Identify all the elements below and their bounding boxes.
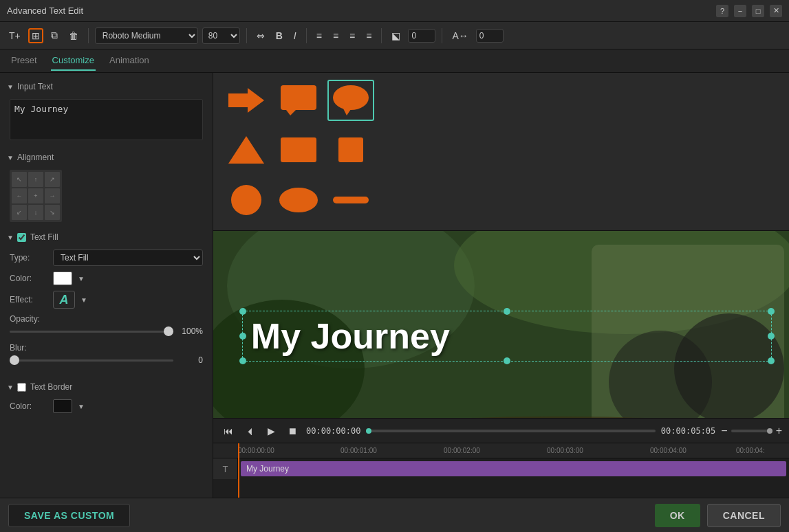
- italic-button[interactable]: I: [290, 28, 300, 43]
- align-top-center[interactable]: ↑: [28, 172, 43, 187]
- shape-rectangle[interactable]: [275, 129, 322, 170]
- align-bottom-center[interactable]: ↓: [28, 205, 43, 220]
- chevron-down-icon: ▼: [7, 83, 14, 91]
- font-size-selector[interactable]: 80: [202, 27, 240, 44]
- track-type-icon: T: [213, 458, 238, 479]
- play-button[interactable]: ▶: [264, 423, 279, 439]
- align-middle-right[interactable]: →: [45, 188, 60, 203]
- align-middle-center[interactable]: +: [28, 188, 43, 203]
- bottom-right-buttons: OK CANCEL: [655, 504, 781, 527]
- minimize-button[interactable]: −: [734, 5, 746, 17]
- help-button[interactable]: ?: [716, 5, 728, 17]
- shape-triangle[interactable]: [223, 129, 270, 170]
- rewind-button[interactable]: ⏮: [220, 423, 237, 439]
- color-dropdown-icon[interactable]: ▼: [78, 275, 85, 282]
- text-border-toggle[interactable]: Text Border: [17, 382, 72, 392]
- blur-slider[interactable]: [10, 359, 173, 362]
- spacing-input[interactable]: 0: [408, 29, 435, 43]
- effect-dropdown-icon[interactable]: ▼: [80, 296, 87, 304]
- toolbar: T+ ⊞ ⧉ 🗑 Roboto Medium 80 ⇔ B I ≡ ≡ ≡ ≡ …: [0, 22, 789, 49]
- text-fill-checkbox[interactable]: [17, 233, 26, 242]
- window-controls: ? − □ ✕: [716, 5, 782, 17]
- stop-button[interactable]: ⏹: [284, 423, 301, 439]
- zoom-slider-thumb[interactable]: [767, 428, 772, 434]
- align-top-left[interactable]: ↖: [12, 172, 27, 187]
- time-mark-5: 00:00:04:: [736, 447, 765, 454]
- vertical-align-button[interactable]: ⬕: [388, 28, 404, 43]
- save-custom-button[interactable]: SAVE AS CUSTOM: [8, 504, 130, 527]
- cancel-button[interactable]: CANCEL: [707, 504, 781, 527]
- shape-small-square[interactable]: [327, 129, 374, 170]
- tab-animation[interactable]: Animation: [108, 51, 151, 71]
- shape-placeholder-2: [380, 129, 426, 170]
- progress-indicator: [366, 428, 371, 434]
- align-left-button[interactable]: ≡: [313, 28, 325, 43]
- tab-preset[interactable]: Preset: [10, 51, 39, 71]
- align-middle-left[interactable]: ←: [12, 188, 27, 203]
- font-selector[interactable]: Roboto Medium: [95, 27, 198, 44]
- text-border-header[interactable]: ▼ Text Border: [0, 379, 213, 395]
- spacing-button[interactable]: ⇔: [253, 28, 268, 43]
- shape-speech-bubble-square[interactable]: [275, 80, 322, 121]
- align-center-button[interactable]: ≡: [329, 28, 342, 43]
- chevron-down-icon-4: ▼: [7, 384, 14, 391]
- progress-bar[interactable]: [366, 430, 655, 432]
- text-border-checkbox[interactable]: [17, 383, 26, 392]
- border-color-dropdown-icon[interactable]: ▼: [78, 403, 85, 410]
- handle-top-left[interactable]: [239, 308, 246, 315]
- zoom-out-button[interactable]: −: [721, 425, 727, 437]
- text-preview-overlay[interactable]: My Journey: [242, 311, 772, 362]
- align-justify-button[interactable]: ≡: [363, 28, 375, 43]
- text-input[interactable]: My Journey: [10, 99, 203, 140]
- shape-arrow[interactable]: [223, 80, 270, 121]
- align-bottom-left[interactable]: ↙: [12, 205, 27, 220]
- align-right-button[interactable]: ≡: [346, 28, 358, 43]
- total-time: 00:00:05:05: [661, 426, 715, 436]
- opacity-slider[interactable]: [10, 331, 173, 333]
- border-color-swatch[interactable]: [53, 399, 72, 413]
- delete-button[interactable]: 🗑: [65, 28, 82, 43]
- align-top-right[interactable]: ↗: [45, 172, 60, 187]
- transport-controls: ⏮ ⏴ ▶ ⏹ 00:00:00:00 00:00:05:05 − +: [213, 418, 789, 443]
- transform-button[interactable]: ⊞: [28, 28, 43, 43]
- shape-circle[interactable]: [223, 179, 270, 221]
- text-fill-header[interactable]: ▼ Text Fill: [0, 229, 213, 245]
- svg-point-9: [279, 188, 318, 212]
- input-text-header[interactable]: ▼ Input Text: [0, 78, 213, 95]
- type-selector[interactable]: Text Fill: [53, 250, 203, 266]
- alignment-grid: ↖ ↑ ↗ ← + → ↙ ↓ ↘: [10, 170, 62, 222]
- type-label: Type:: [10, 253, 47, 263]
- video-preview: My Journey: [213, 231, 789, 418]
- bold-button[interactable]: B: [272, 28, 286, 43]
- handle-middle-right[interactable]: [768, 333, 775, 340]
- effect-button[interactable]: A: [53, 291, 75, 309]
- kerning-button[interactable]: A↔: [448, 28, 471, 43]
- text-border-content: Color: ▼: [0, 395, 213, 425]
- text-fill-toggle[interactable]: Text Fill: [17, 232, 58, 242]
- track-bar[interactable]: My Journey: [241, 461, 786, 476]
- kerning-input[interactable]: 0: [476, 29, 504, 43]
- handle-top-middle[interactable]: [504, 308, 510, 315]
- step-back-button[interactable]: ⏴: [242, 423, 259, 439]
- app-title: Advanced Text Edit: [7, 5, 83, 16]
- shape-dash[interactable]: [327, 179, 374, 221]
- ok-button[interactable]: OK: [655, 504, 700, 527]
- alignment-label: Alignment: [17, 153, 54, 162]
- tab-customize[interactable]: Customize: [51, 51, 96, 71]
- handle-middle-left[interactable]: [239, 333, 246, 340]
- color-swatch-white[interactable]: [53, 271, 72, 285]
- opacity-slider-wrap: 100%: [10, 326, 203, 336]
- preview-background: My Journey: [213, 231, 789, 418]
- shape-speech-bubble-round[interactable]: [327, 80, 374, 121]
- handle-bottom-middle[interactable]: [504, 357, 510, 364]
- add-text-button[interactable]: T+: [6, 28, 24, 43]
- shape-oval[interactable]: [275, 179, 322, 221]
- copy-button[interactable]: ⧉: [47, 27, 61, 43]
- zoom-in-button[interactable]: +: [776, 425, 782, 437]
- restore-button[interactable]: □: [752, 5, 764, 17]
- main-area: ▼ Input Text My Journey ▼ Alignment ↖ ↑ …: [0, 73, 789, 498]
- alignment-header[interactable]: ▼ Alignment: [0, 149, 213, 166]
- align-bottom-right[interactable]: ↘: [45, 205, 60, 220]
- svg-rect-1: [281, 85, 316, 110]
- close-button[interactable]: ✕: [770, 5, 782, 17]
